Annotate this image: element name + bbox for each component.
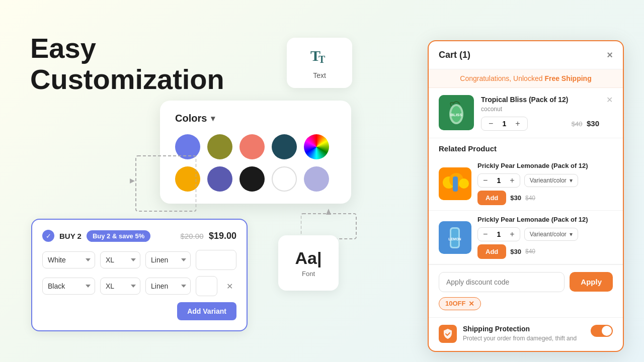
save-badge: Buy 2 & save 5% [87, 230, 150, 242]
apply-discount-button[interactable]: Apply [570, 272, 613, 292]
related-1-variant-dropdown[interactable]: Varieant/color ▾ [524, 174, 578, 187]
font-widget-label: Font [302, 270, 315, 278]
add-variant-button[interactable]: Add Variant [177, 302, 236, 320]
color-white-dot[interactable] [272, 166, 297, 192]
color-select-1[interactable]: White Black [42, 251, 95, 268]
buy-label: BUY 2 [59, 232, 82, 240]
related-item-1: Prickly Pear Lemonade (Pack of 12) − 1 +… [429, 157, 623, 211]
cart-close-button[interactable]: × [607, 49, 613, 61]
quantity-value: 1 [500, 120, 508, 128]
related-1-qty-control: − 1 + [477, 173, 520, 188]
discount-section: Apply 10OFF ✕ [429, 264, 623, 317]
svg-point-13 [459, 178, 469, 189]
colors-grid [175, 134, 336, 192]
shipping-protection-text: Shipping Protection Protect your order f… [463, 325, 577, 343]
item-remove-button[interactable]: ✕ [606, 95, 613, 105]
shipping-protection-toggle[interactable] [591, 325, 613, 337]
related-item-1-controls: − 1 + Varieant/color ▾ [477, 173, 613, 188]
svg-text:T: T [318, 54, 326, 64]
color-olive-dot[interactable] [207, 134, 232, 159]
cart-item-name: Tropical Bliss (Pack of 12) [481, 95, 599, 104]
related-2-qty: 1 [495, 230, 503, 238]
related-2-qty-control: − 1 + [477, 227, 520, 241]
cart-item-price: $40 $30 [572, 119, 599, 128]
related-1-increase-button[interactable]: + [509, 176, 515, 185]
cart-panel: Cart (1) × Congratulations, Unlocked Fre… [428, 40, 624, 352]
chevron-down-icon: ▾ [570, 231, 573, 238]
material-select-1[interactable]: Linen Cotton [145, 251, 191, 268]
svg-marker-3 [130, 178, 135, 184]
size-select-1[interactable]: XL L M [100, 251, 140, 268]
variant-header: ✓ BUY 2 Buy 2 & save 5% $20.00 $19.00 [42, 230, 236, 242]
quantity-increase-button[interactable]: + [514, 119, 521, 128]
related-product-header: Related Product [429, 138, 623, 157]
coupon-tags: 10OFF ✕ [439, 297, 613, 310]
shipping-protection-title: Shipping Protection [463, 325, 577, 333]
shipping-protection-desc: Protect your order from dameged, thift a… [463, 334, 577, 343]
related-2-add-button[interactable]: Add [477, 244, 506, 259]
related-item-2-controls: − 1 + Varieant/color ▾ [477, 227, 613, 241]
variant-panel: ✓ BUY 2 Buy 2 & save 5% $20.00 $19.00 Wh… [31, 219, 248, 331]
cart-item-info: Tropical Bliss (Pack of 12) coconut − 1 … [481, 95, 599, 131]
related-1-decrease-button[interactable]: − [482, 176, 489, 185]
cart-item-sub: coconut [481, 106, 599, 113]
color-salmon-dot[interactable] [239, 134, 265, 159]
shield-icon [439, 325, 457, 343]
color-yellow-dot[interactable] [175, 166, 200, 192]
shipping-protection-section: Shipping Protection Protect your order f… [429, 317, 623, 350]
material-select-2[interactable]: Linen Cotton [145, 278, 191, 295]
variant-row-1: White Black XL L M Linen Cotton [42, 250, 236, 270]
price-original: $40 [572, 120, 583, 128]
related-item-2: LEMON Prickly Pear Lemonade (Pack of 12)… [429, 211, 623, 264]
font-widget[interactable]: Aa| Font [278, 235, 339, 291]
discount-code-input[interactable] [439, 272, 565, 292]
svg-text:BLISS: BLISS [450, 113, 462, 117]
color-blue-dot[interactable] [175, 134, 200, 159]
quantity-decrease-button[interactable]: − [488, 119, 494, 128]
variant-row-2: Black White XL L Linen Cotton ✕ [42, 276, 236, 296]
qty-row: − 1 + $40 $30 [481, 117, 599, 131]
related-2-decrease-button[interactable]: − [482, 230, 489, 239]
color-select-2[interactable]: Black White [42, 278, 95, 295]
colors-panel: Colors ▾ [160, 101, 351, 204]
related-1-add-button[interactable]: Add [477, 191, 506, 205]
cart-main-item: BLISS Tropical Bliss (Pack of 12) coconu… [429, 88, 623, 138]
variant-fill-2 [196, 276, 217, 296]
tropical-product-image: BLISS [439, 95, 474, 130]
remove-variant-button[interactable]: ✕ [222, 279, 236, 293]
related-2-variant-dropdown[interactable]: Varieant/color ▾ [524, 228, 578, 241]
variant-buy: ✓ BUY 2 Buy 2 & save 5% [42, 230, 150, 242]
svg-marker-5 [326, 209, 331, 215]
font-widget-preview: Aa| [295, 248, 322, 268]
free-shipping-banner: Congratulations, Unlocked Free Shipping [429, 69, 623, 88]
cart-header: Cart (1) × [429, 41, 623, 69]
check-icon: ✓ [42, 230, 54, 242]
related-2-increase-button[interactable]: + [509, 230, 515, 239]
color-purple-dot[interactable] [207, 166, 232, 192]
related-1-price: $30 [510, 194, 521, 202]
price-discounted: $30 [587, 119, 599, 128]
color-teal-dot[interactable] [272, 134, 297, 159]
svg-text:LEMON: LEMON [448, 237, 461, 241]
color-lavender-dot[interactable] [304, 166, 329, 192]
related-2-price-old: $40 [525, 248, 535, 255]
related-item-2-info: Prickly Pear Lemonade (Pack of 12) − 1 +… [477, 216, 613, 259]
cart-title: Cart (1) [439, 50, 470, 60]
coupon-tag: 10OFF ✕ [439, 297, 481, 310]
variant-fill-1 [196, 250, 236, 270]
related-item-1-info: Prickly Pear Lemonade (Pack of 12) − 1 +… [477, 162, 613, 205]
related-item-2-name: Prickly Pear Lemonade (Pack of 12) [477, 216, 613, 224]
price-display: $20.00 $19.00 [181, 231, 236, 241]
colors-header: Colors ▾ [175, 113, 336, 124]
coupon-code: 10OFF [445, 300, 465, 307]
quantity-control: − 1 + [481, 117, 528, 131]
chevron-down-icon[interactable]: ▾ [211, 114, 215, 123]
color-black-dot[interactable] [239, 166, 265, 192]
prickly-pear-image-2: LEMON [439, 221, 471, 254]
coupon-remove-button[interactable]: ✕ [468, 300, 474, 308]
text-widget[interactable]: T T Text [287, 38, 352, 88]
prickly-pear-image-1 [439, 167, 471, 200]
size-select-2[interactable]: XL L [100, 278, 140, 295]
color-rainbow-dot[interactable] [304, 134, 329, 159]
hero-title: Easy Customization [30, 33, 224, 95]
